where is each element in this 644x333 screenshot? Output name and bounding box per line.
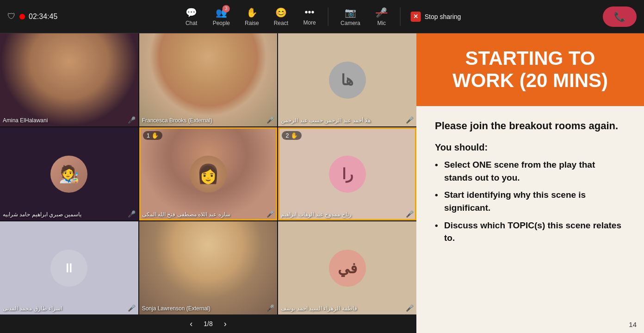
slide-bullets: Select ONE scene from the play that stan… bbox=[435, 158, 625, 244]
retaj-avatar: را bbox=[329, 156, 366, 193]
francesca-name: Francesca Brooks (External) bbox=[142, 117, 264, 124]
amina-name: Amina ElHalawani bbox=[3, 117, 124, 124]
mic-icon: 🎤 bbox=[376, 7, 387, 18]
end-call-icon: 📞 bbox=[614, 12, 625, 22]
raise-icon: ✋ bbox=[246, 7, 258, 18]
react-button[interactable]: 😊 React bbox=[267, 4, 295, 29]
end-call-button[interactable]: 📞 bbox=[603, 6, 637, 27]
yasmine-name: ياسمين صبري ابراهيم حامد شرابيه bbox=[3, 211, 124, 218]
sonja-name: Sonja Lawrenson (External) bbox=[142, 305, 264, 312]
main-content: Amina ElHalawani 🎤 Francesca Brooks (Ext… bbox=[0, 33, 644, 333]
chat-button[interactable]: 💬 Chat bbox=[179, 4, 204, 29]
slide-page-number: 14 bbox=[629, 320, 637, 328]
stop-sharing-label: Stop sharing bbox=[425, 13, 461, 20]
react-label: React bbox=[274, 20, 288, 26]
sonja-mic-icon: 🎤 bbox=[266, 304, 274, 312]
hala-mic-icon: 🎤 bbox=[406, 116, 414, 124]
participant-cell-francesca: Francesca Brooks (External) 🎤 bbox=[139, 33, 278, 126]
fatema-mic-icon: 🎤 bbox=[406, 304, 414, 312]
more-icon: ••• bbox=[305, 7, 315, 18]
mic-button[interactable]: 🎤 Mic bbox=[369, 4, 395, 29]
participant-cell-hala: ها هلا أحمد عبد الرحمن حسب عبد الرحمن 🎤 bbox=[278, 33, 416, 126]
participant-cell-retaj: را 2 ✋ رتاج ممدوح عبد الوهاب ابراهيم 🎤 bbox=[278, 127, 416, 220]
chat-label: Chat bbox=[186, 20, 197, 26]
more-button[interactable]: ••• More bbox=[297, 4, 322, 29]
participant-cell-asraa: ⏸ اسراء طارق محمد المدنى 🎤 bbox=[0, 221, 138, 314]
francesca-mic-icon: 🎤 bbox=[266, 116, 274, 124]
prev-page-button[interactable]: ‹ bbox=[186, 317, 196, 331]
react-icon: 😊 bbox=[275, 7, 287, 18]
participant-cell-fatema: في فاطمة الزهراء السيد احمد يوسف 🎤 bbox=[278, 221, 416, 314]
retaj-mic-icon: 🎤 bbox=[406, 210, 414, 218]
raise-label: Raise bbox=[245, 20, 259, 26]
sara-raise-emoji: ✋ bbox=[151, 132, 159, 139]
video-section: Amina ElHalawani 🎤 Francesca Brooks (Ext… bbox=[0, 33, 416, 333]
retaj-raise-num: 2 bbox=[285, 132, 289, 139]
camera-label: Camera bbox=[341, 20, 360, 26]
people-icon: 👥 3 bbox=[216, 7, 227, 18]
participant-cell-sonja: Sonja Lawrenson (External) 🎤 bbox=[139, 221, 278, 314]
toolbar: 🛡 02:34:45 💬 Chat 👥 3 People ✋ Raise 😊 R… bbox=[0, 0, 644, 33]
amina-video bbox=[0, 33, 138, 126]
fatema-name: فاطمة الزهراء السيد احمد يوسف bbox=[281, 305, 402, 312]
sara-mic-icon: 🎤 bbox=[266, 210, 274, 218]
amina-mic-icon: 🎤 bbox=[128, 116, 136, 124]
mic-label: Mic bbox=[377, 20, 386, 26]
sara-raise-num: 1 bbox=[147, 132, 150, 139]
video-grid: Amina ElHalawani 🎤 Francesca Brooks (Ext… bbox=[0, 33, 416, 314]
slide-body: Please join the breakout rooms again. Yo… bbox=[416, 106, 644, 333]
people-label: People bbox=[213, 20, 230, 26]
shield-icon: 🛡 bbox=[7, 12, 16, 21]
participant-cell-amina: Amina ElHalawani 🎤 bbox=[0, 33, 138, 126]
sonja-video bbox=[139, 221, 278, 314]
slide-panel: STARTING TO WORK (20 MINS) Please join t… bbox=[416, 33, 644, 333]
sara-raise-badge: 1 ✋ bbox=[143, 131, 162, 140]
pagination: ‹ 1/8 › bbox=[0, 314, 416, 333]
toolbar-right: 📞 bbox=[603, 6, 637, 27]
next-page-button[interactable]: › bbox=[220, 317, 230, 331]
chat-icon: 💬 bbox=[186, 7, 197, 18]
asraa-name: اسراء طارق محمد المدنى bbox=[3, 305, 124, 312]
stop-sharing-button[interactable]: ✕ Stop sharing bbox=[406, 9, 466, 25]
sara-name: ساره عبد اللاه مصطفى فتح الله المكى bbox=[142, 211, 264, 218]
participant-cell-sara: 👩 1 ✋ ساره عبد اللاه مصطفى فتح الله المك… bbox=[139, 127, 278, 220]
recording-indicator bbox=[19, 14, 25, 19]
yasmine-mic-icon: 🎤 bbox=[128, 210, 136, 218]
retaj-raise-badge: 2 ✋ bbox=[282, 131, 301, 140]
raise-button[interactable]: ✋ Raise bbox=[238, 4, 266, 29]
slide-bullet-3: Discuss which TOPIC(s) this scene relate… bbox=[435, 219, 625, 245]
yasmine-avatar: 🧑‍🎨 bbox=[50, 156, 87, 193]
hala-avatar: ها bbox=[329, 62, 366, 99]
toolbar-center: 💬 Chat 👥 3 People ✋ Raise 😊 React ••• Mo… bbox=[179, 4, 466, 29]
retaj-name: رتاج ممدوح عبد الوهاب ابراهيم bbox=[281, 211, 402, 218]
slide-header: STARTING TO WORK (20 MINS) bbox=[416, 33, 644, 106]
slide-subtitle: You should: bbox=[435, 142, 625, 153]
page-info: 1/8 bbox=[204, 320, 212, 327]
asraa-pause: ⏸ bbox=[50, 250, 87, 287]
slide-intro: Please join the breakout rooms again. bbox=[435, 119, 625, 133]
people-button[interactable]: 👥 3 People bbox=[206, 4, 236, 29]
toolbar-left: 🛡 02:34:45 bbox=[7, 12, 57, 21]
camera-icon: 📷 bbox=[345, 7, 356, 18]
fatema-avatar: في bbox=[329, 250, 366, 287]
hala-name: هلا أحمد عبد الرحمن حسب عبد الرحمن bbox=[281, 117, 402, 124]
slide-bullet-2: Start identifying why this scene is sign… bbox=[435, 188, 625, 214]
timer: 02:34:45 bbox=[29, 13, 57, 21]
francesca-video bbox=[139, 33, 278, 126]
toolbar-divider2 bbox=[400, 7, 401, 26]
asraa-mic-icon: 🎤 bbox=[128, 304, 136, 312]
people-badge: 3 bbox=[223, 5, 230, 13]
toolbar-divider bbox=[328, 7, 328, 26]
retaj-raise-emoji: ✋ bbox=[291, 132, 298, 139]
more-label: More bbox=[303, 19, 316, 26]
slide-bullet-1: Select ONE scene from the play that stan… bbox=[435, 158, 625, 184]
camera-button[interactable]: 📷 Camera bbox=[334, 4, 367, 29]
participant-cell-yasmine: 🧑‍🎨 ياسمين صبري ابراهيم حامد شرابيه 🎤 bbox=[0, 127, 138, 220]
stop-sharing-icon: ✕ bbox=[411, 12, 421, 22]
slide-title: STARTING TO WORK (20 MINS) bbox=[435, 47, 625, 92]
